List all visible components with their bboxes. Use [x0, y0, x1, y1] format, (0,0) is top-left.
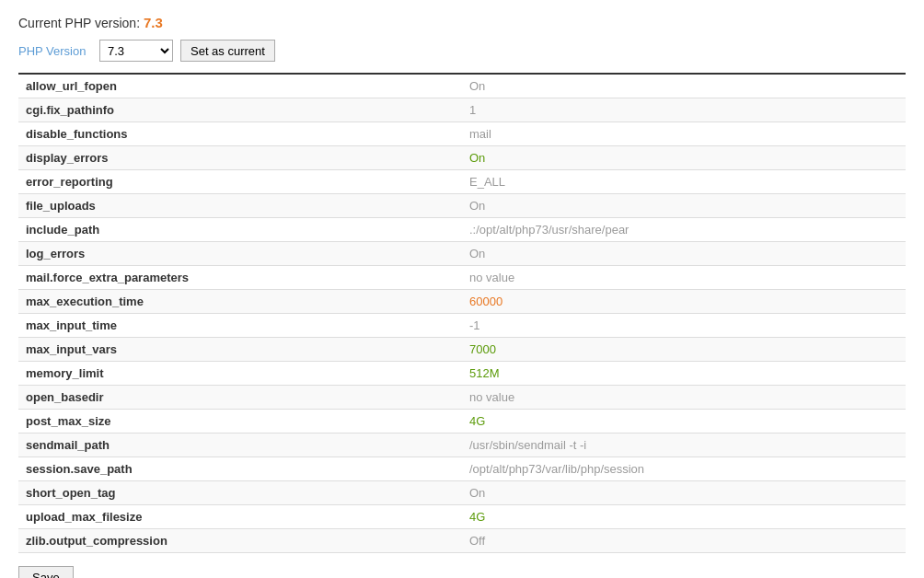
table-row: disable_functionsmail — [18, 122, 906, 146]
setting-name: short_open_tag — [18, 481, 462, 505]
setting-name: disable_functions — [18, 122, 462, 146]
current-php-header: Current PHP version: 7.3 — [18, 15, 906, 30]
setting-name: max_input_vars — [18, 338, 462, 362]
current-php-label: Current PHP version: — [18, 16, 140, 30]
table-row: cgi.fix_pathinfo1 — [18, 98, 906, 122]
setting-name: error_reporting — [18, 170, 462, 194]
setting-value: 512M — [462, 362, 906, 386]
table-row: session.save_path/opt/alt/php73/var/lib/… — [18, 457, 906, 481]
setting-value: -1 — [462, 314, 906, 338]
setting-name: sendmail_path — [18, 434, 462, 457]
setting-name: open_basedir — [18, 386, 462, 410]
table-row: short_open_tagOn — [18, 481, 906, 505]
table-row: include_path.:/opt/alt/php73/usr/share/p… — [18, 218, 906, 242]
setting-value: On — [462, 74, 906, 98]
setting-name: display_errors — [18, 146, 462, 170]
table-row: memory_limit512M — [18, 362, 906, 386]
setting-name: memory_limit — [18, 362, 462, 386]
save-button[interactable]: Save — [18, 566, 74, 578]
table-row: allow_url_fopenOn — [18, 74, 906, 98]
table-row: max_execution_time60000 — [18, 290, 906, 314]
setting-value: 1 — [462, 98, 906, 122]
table-row: error_reportingE_ALL — [18, 170, 906, 194]
version-selector-row: PHP Version 7.3 Set as current — [18, 40, 906, 62]
setting-value: 4G — [462, 410, 906, 434]
setting-value: /usr/sbin/sendmail -t -i — [462, 434, 906, 457]
php-version-select[interactable]: 7.3 — [99, 40, 173, 62]
setting-value: On — [462, 146, 906, 170]
setting-value: /opt/alt/php73/var/lib/php/session — [462, 457, 906, 481]
table-row: log_errorsOn — [18, 242, 906, 266]
setting-value: no value — [462, 266, 906, 290]
setting-name: upload_max_filesize — [18, 505, 462, 529]
php-version-label: PHP Version — [18, 44, 92, 58]
table-row: max_input_vars7000 — [18, 338, 906, 362]
table-row: upload_max_filesize4G — [18, 505, 906, 529]
settings-table: allow_url_fopenOncgi.fix_pathinfo1disabl… — [18, 73, 906, 553]
table-row: sendmail_path/usr/sbin/sendmail -t -i — [18, 434, 906, 457]
table-row: zlib.output_compressionOff — [18, 529, 906, 553]
setting-name: zlib.output_compression — [18, 529, 462, 553]
setting-value: On — [462, 242, 906, 266]
setting-value: 7000 — [462, 338, 906, 362]
table-row: open_basedirno value — [18, 386, 906, 410]
table-row: display_errorsOn — [18, 146, 906, 170]
setting-name: file_uploads — [18, 194, 462, 218]
table-row: max_input_time-1 — [18, 314, 906, 338]
table-row: file_uploadsOn — [18, 194, 906, 218]
setting-value: .:/opt/alt/php73/usr/share/pear — [462, 218, 906, 242]
setting-name: include_path — [18, 218, 462, 242]
setting-value: 4G — [462, 505, 906, 529]
setting-name: mail.force_extra_parameters — [18, 266, 462, 290]
setting-value: mail — [462, 122, 906, 146]
current-php-value: 7.3 — [144, 15, 163, 30]
setting-value: E_ALL — [462, 170, 906, 194]
setting-value: On — [462, 481, 906, 505]
setting-value: On — [462, 194, 906, 218]
setting-value: Off — [462, 529, 906, 553]
setting-name: allow_url_fopen — [18, 74, 462, 98]
setting-value: no value — [462, 386, 906, 410]
setting-name: post_max_size — [18, 410, 462, 434]
setting-name: log_errors — [18, 242, 462, 266]
set-current-button[interactable]: Set as current — [180, 40, 275, 62]
table-row: mail.force_extra_parametersno value — [18, 266, 906, 290]
table-row: post_max_size4G — [18, 410, 906, 434]
setting-name: session.save_path — [18, 457, 462, 481]
setting-name: max_input_time — [18, 314, 462, 338]
setting-name: max_execution_time — [18, 290, 462, 314]
setting-value: 60000 — [462, 290, 906, 314]
setting-name: cgi.fix_pathinfo — [18, 98, 462, 122]
